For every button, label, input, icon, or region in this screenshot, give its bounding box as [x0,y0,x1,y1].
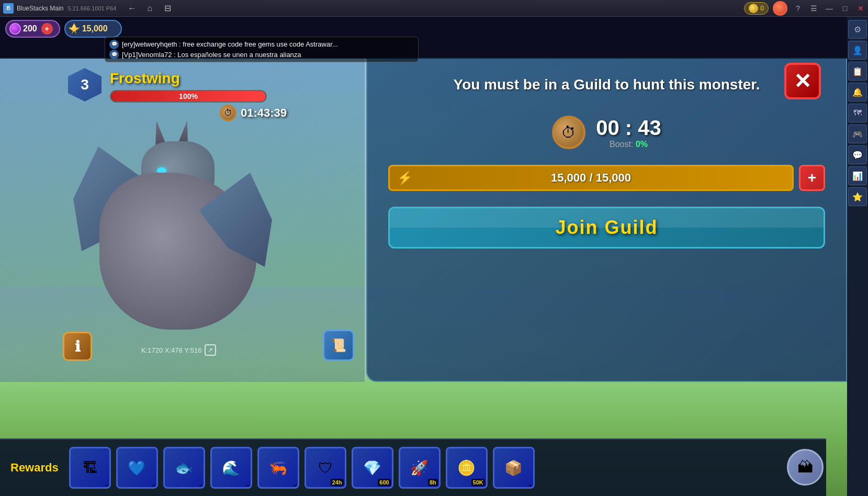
chat-bubble-icon-2: 💬 [109,50,119,59]
reward-item-6[interactable]: 💎600 [352,447,393,489]
energy-bar-container: ⚡ 15,000 / 15,000 [388,165,794,191]
gems-value: 200 [23,24,37,33]
guild-time-text: 00 : 43 [596,116,661,140]
coin-display: 0 [744,2,769,15]
reward-item-1[interactable]: 💙 [116,447,158,489]
screenshot-button[interactable]: ⊟ [160,1,175,16]
info-button[interactable]: ℹ [63,332,92,361]
quest-scroll-button[interactable]: 📜 [323,330,354,361]
sidebar-icon-2[interactable]: 👤 [848,41,867,60]
hp-text: 100% [179,92,198,100]
reward-badge-7: 8h [428,479,438,486]
coords-text: K:1720 X:478 Y:516 [141,346,201,354]
guild-timer-display: 00 : 43 Boost: 0% [596,116,661,149]
sidebar-icon-7[interactable]: 💬 [848,145,867,164]
reward-badge-6: 600 [378,479,390,486]
right-sidebar: ⚙ 👤 📋 🔔 🗺 🎮 💬 📊 ⭐ [847,17,868,496]
monster-timer: ⏱ 01:43:39 [220,105,287,121]
energy-bar-text: 15,000 / 15,000 [551,171,631,185]
guild-boost-text: Boost: 0% [596,140,661,149]
monster-name-area: Frostwing 100% [110,70,267,103]
share-icon[interactable]: ↗ [205,344,216,356]
titlebar: B BlueStacks Main 5.21.666.1001 P64 ← ⌂ … [0,0,868,17]
monster-timer-text: 01:43:39 [241,106,287,120]
hp-bar-container: 100% [110,90,267,103]
guild-timer-section: ⏱ 00 : 43 Boost: 0% [552,116,661,149]
reward-item-3[interactable]: 🌊 [210,447,252,489]
guild-boost-value: 0% [636,140,648,149]
join-guild-label: Join Guild [556,217,658,239]
reward-badge-8: 50K [471,479,485,486]
chat-line-2: 💬 [Vp1]Venomla72 : Los españoles se unen… [109,50,414,60]
guild-panel: You must be in a Guild to hunt this mons… [366,58,847,382]
minimize-button[interactable]: — [822,1,837,16]
sidebar-icon-6[interactable]: 🎮 [848,125,867,143]
monster-image [42,99,314,351]
sidebar-icon-4[interactable]: 🔔 [848,83,867,102]
monster-level-badge: 3 [68,68,102,102]
maximize-button[interactable]: □ [838,1,852,16]
creature-body [73,120,283,330]
snow-castle-icon[interactable]: 🏔 [787,449,824,486]
chat-line-1: 💬 [ery]wetweryhqeth : free exchange code… [109,39,414,50]
back-button[interactable]: ← [125,1,139,16]
coordinates: K:1720 X:478 Y:516 ↗ [141,344,216,356]
energy-bar-section: ⚡ 15,000 / 15,000 + [388,165,825,191]
home-button[interactable]: ⌂ [142,1,157,16]
guild-message: You must be in a Guild to hunt this mons… [454,74,760,95]
coin-value: 0 [760,5,764,12]
chat-area: 💬 [ery]wetweryhqeth : free exchange code… [105,37,419,62]
help-button[interactable]: ? [791,1,805,16]
app-title: BlueStacks Main [17,5,63,12]
sidebar-icon-8[interactable]: 📊 [848,166,867,185]
monster-panel: 3 Frostwing 100% ⏱ 01:43:39 [0,58,366,382]
monster-name: Frostwing [110,70,267,87]
energy-add-button[interactable]: + [799,165,825,191]
gems-resource: 200 + [5,20,60,38]
rewards-label: Rewards [10,461,59,475]
reward-item-2[interactable]: 🐟 [163,447,205,489]
guild-timer-icon: ⏱ [552,116,585,149]
bluestacks-logo: B [3,3,14,14]
reward-item-8[interactable]: 🪙50K [446,447,488,489]
timer-icon: ⏱ [220,105,236,121]
sidebar-icon-1[interactable]: ⚙ [848,20,867,39]
reward-item-0[interactable]: 🏗 [69,447,111,489]
close-dialog-button[interactable]: ✕ [784,63,821,99]
energy-icon [69,23,80,35]
menu-button[interactable]: ☰ [806,1,821,16]
reward-item-7[interactable]: 🚀8h [399,447,441,489]
lightning-icon: ⚡ [397,171,413,185]
sidebar-icon-3[interactable]: 📋 [848,62,867,81]
gem-icon [9,23,21,35]
monster-level: 3 [81,76,89,93]
titlebar-close-button[interactable]: ✕ [853,1,868,16]
game-area: 3 Frostwing 100% ⏱ 01:43:39 [0,58,847,496]
join-guild-button[interactable]: Join Guild [388,207,825,249]
energy-value: 15,000 [82,24,108,33]
energy-resource: 15,000 [64,20,122,38]
gems-add-button[interactable]: + [41,23,53,35]
sidebar-icon-9[interactable]: ⭐ [848,187,867,206]
sidebar-icon-5[interactable]: 🗺 [848,104,867,122]
chat-bubble-icon-1: 💬 [109,40,119,49]
profile-icon[interactable] [773,1,787,16]
coin-icon [749,4,758,13]
reward-badge-5: 24h [331,479,344,486]
rewards-bar: Rewards 🏗 💙 🐟 🌊 🦐 🛡24h 💎600 🚀8h 🪙50K 📦 [0,438,826,496]
reward-item-9[interactable]: 📦 [493,447,535,489]
resource-bar: 200 + 15,000 💬 [ery]wetweryhqeth : free … [0,17,868,59]
reward-item-4[interactable]: 🦐 [257,447,299,489]
reward-item-5[interactable]: 🛡24h [305,447,346,489]
app-version: 5.21.666.1001 P64 [67,5,116,12]
